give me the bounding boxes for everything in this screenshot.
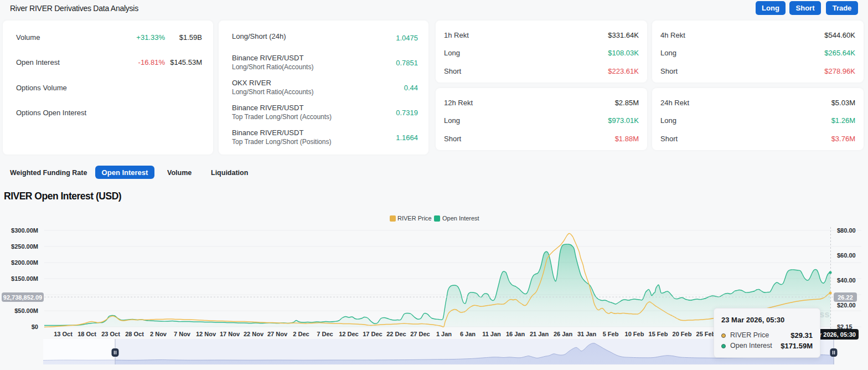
svg-text:22 Nov: 22 Nov [244, 331, 264, 337]
svg-text:$80.00: $80.00 [837, 227, 856, 234]
svg-text:27 Nov: 27 Nov [267, 331, 288, 337]
svg-text:$40.00: $40.00 [837, 277, 856, 284]
svg-text:15 Feb: 15 Feb [649, 331, 668, 337]
svg-text:$20.00: $20.00 [837, 302, 856, 309]
svg-text:20 Feb: 20 Feb [673, 331, 692, 337]
svg-text:25 Feb: 25 Feb [696, 331, 716, 337]
svg-text:16 Jan: 16 Jan [506, 331, 525, 337]
svg-text:27 Dec: 27 Dec [410, 331, 430, 337]
svg-text:17 Dec: 17 Dec [363, 331, 382, 337]
svg-text:6 Jan: 6 Jan [460, 331, 476, 337]
svg-text:12 Dec: 12 Dec [339, 331, 358, 337]
svg-text:31 Jan: 31 Jan [577, 331, 597, 337]
svg-text:$0: $0 [32, 323, 38, 330]
svg-text:13 Oct: 13 Oct [54, 331, 73, 337]
svg-text:21 Jan: 21 Jan [530, 331, 549, 337]
svg-text:$200.00M: $200.00M [11, 259, 38, 266]
svg-text:28 Oct: 28 Oct [125, 331, 144, 337]
svg-text:2 Nov: 2 Nov [150, 331, 167, 337]
svg-text:$150.00M: $150.00M [11, 275, 38, 282]
svg-text:$300.00M: $300.00M [11, 227, 38, 234]
svg-text:22 Dec: 22 Dec [386, 331, 406, 337]
svg-text:11 Jan: 11 Jan [482, 331, 501, 337]
svg-text:7 Nov: 7 Nov [174, 331, 191, 337]
svg-text:10 Feb: 10 Feb [625, 331, 644, 337]
svg-text:92,738,852.09: 92,738,852.09 [3, 294, 42, 301]
svg-text:2 Dec: 2 Dec [293, 331, 309, 337]
svg-text:5 Feb: 5 Feb [603, 331, 619, 337]
svg-text:$60.00: $60.00 [837, 252, 856, 259]
svg-text:26 Jan: 26 Jan [554, 331, 573, 337]
svg-text:$50.00M: $50.00M [14, 307, 38, 314]
svg-text:17 Nov: 17 Nov [220, 331, 240, 337]
svg-text:1 Jan: 1 Jan [436, 331, 452, 337]
svg-text:12 Nov: 12 Nov [196, 331, 216, 337]
svg-text:23 Oct: 23 Oct [101, 331, 120, 337]
svg-text:26.22: 26.22 [838, 294, 853, 301]
svg-text:$250.00M: $250.00M [11, 243, 38, 250]
svg-text:7 Dec: 7 Dec [317, 331, 333, 337]
svg-text:18 Oct: 18 Oct [78, 331, 96, 337]
